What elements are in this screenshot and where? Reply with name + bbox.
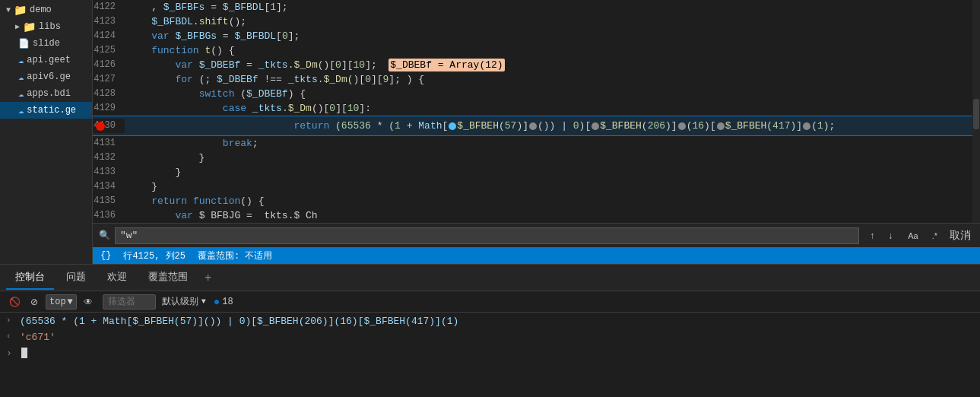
console-left-arrow: ‹ xyxy=(6,332,15,341)
sidebar-item-slide[interactable]: 📄 slide xyxy=(0,35,92,52)
no-entry-icon: 🚫 xyxy=(9,297,21,307)
expand-arrow-libs: ▶ xyxy=(15,22,20,31)
console-expression: (65536 * (1 + Math[$_BFBEH(57)]()) | 0)[… xyxy=(20,316,458,327)
code-line-4122: 4122 , $_BFBFs = $_BFBDL[1]; xyxy=(93,0,980,14)
sidebar-item-static-ge[interactable]: ☁ static.ge xyxy=(0,102,92,119)
find-input[interactable] xyxy=(115,227,859,244)
code-line-4134: 4134 } xyxy=(93,179,980,194)
line-number-4126: 4126 xyxy=(93,58,125,72)
add-tab-button[interactable]: + xyxy=(200,272,216,284)
console-line-prompt: › xyxy=(6,348,974,361)
tab-welcome[interactable]: 欢迎 xyxy=(98,265,136,290)
top-selector[interactable]: top ▼ xyxy=(46,294,77,310)
find-regex-button[interactable]: .* xyxy=(928,227,942,244)
line-content-4128: switch ($_DBEBf) { xyxy=(125,87,980,101)
status-position: 行4125, 列25 xyxy=(123,249,186,262)
code-line-4135: 4135 return function() { xyxy=(93,194,980,208)
tab-problems[interactable]: 问题 xyxy=(57,265,95,290)
code-line-4123: 4123 $_BFBDL.shift(); xyxy=(93,14,980,29)
breakpoint-4130 xyxy=(96,122,105,131)
sidebar-item-api-geet[interactable]: ☁ api.geet xyxy=(0,52,92,68)
eye-icon: 👁 xyxy=(84,297,93,307)
line-content-4126: var $_DBEBf = _tkts.$_Dm()[0][10]; $_DBE… xyxy=(125,58,980,72)
console-prompt-symbol: › xyxy=(6,348,15,359)
code-line-4127: 4127 for (; $_DBEBf !== _tkts.$_Dm()[0][… xyxy=(93,72,980,87)
file-icon-slide: 📄 xyxy=(18,38,30,49)
code-line-4133: 4133 } xyxy=(93,165,980,179)
console-toolbar: 🚫 ⊘ top ▼ 👁 默认级别 ▼ ● 18 xyxy=(0,291,980,313)
sidebar-item-apps-bdi[interactable]: ☁ apps.bdi xyxy=(0,85,92,102)
expand-arrow: ▼ xyxy=(6,6,11,14)
find-close-button[interactable]: 取消 xyxy=(947,227,974,244)
code-line-4131: 4131 break; xyxy=(93,136,980,151)
line-number-4136: 4136 xyxy=(93,208,125,223)
no-entry-button[interactable]: ⊘ xyxy=(26,294,43,310)
cloud-icon-4: ☁ xyxy=(18,105,24,116)
line-content-4124: var $_BFBGs = $_BFBDL[0]; xyxy=(125,29,980,43)
position-text: 行4125, 列25 xyxy=(123,249,186,262)
find-prev-button[interactable]: ↑ xyxy=(864,227,880,244)
level-dropdown-arrow[interactable]: ▼ xyxy=(201,297,206,306)
sidebar: ▼ 📁 demo ▶ 📁 libs 📄 slide ☁ api.geet ☁ a… xyxy=(0,0,93,264)
sidebar-item-label-apps: apps.bdi xyxy=(27,88,71,99)
sidebar-item-libs[interactable]: ▶ 📁 libs xyxy=(0,18,92,35)
code-line-4125: 4125 function t() { xyxy=(93,43,980,58)
line-content-4125: function t() { xyxy=(125,43,980,58)
find-case-button[interactable]: Aa xyxy=(903,227,922,244)
vertical-scrollbar[interactable] xyxy=(972,0,980,223)
line-number-4124: 4124 xyxy=(93,29,125,43)
line-number-4127: 4127 xyxy=(93,72,125,87)
code-line-4126: 4126 var $_DBEBf = _tkts.$_Dm()[0][10]; … xyxy=(93,58,980,72)
line-content-4127: for (; $_DBEBf !== _tkts.$_Dm()[0][9]; )… xyxy=(125,72,980,87)
console-line-expression: › (65536 * (1 + Math[$_BFBEH(57)]()) | 0… xyxy=(6,316,974,329)
line-content-4131: break; xyxy=(125,136,980,151)
line-number-4135: 4135 xyxy=(93,194,125,208)
clear-console-button[interactable]: 🚫 xyxy=(6,294,23,310)
code-view: 4122 , $_BFBFs = $_BFBDL[1]; 4123 $_BFBD… xyxy=(93,0,980,223)
eye-button[interactable]: 👁 xyxy=(80,294,97,310)
line-number-4131: 4131 xyxy=(93,136,125,151)
editor-area: 4122 , $_BFBFs = $_BFBDL[1]; 4123 $_BFBD… xyxy=(93,0,980,264)
line-content-4122: , $_BFBFs = $_BFBDL[1]; xyxy=(125,0,980,14)
tab-console[interactable]: 控制台 xyxy=(6,265,54,290)
line-number-4125: 4125 xyxy=(93,43,125,58)
panel-area: 控制台 问题 欢迎 覆盖范围 + 🚫 ⊘ top ▼ 👁 默认级别 xyxy=(0,264,980,397)
filter-input[interactable] xyxy=(103,294,156,310)
line-content-4123: $_BFBDL.shift(); xyxy=(125,14,980,29)
console-result: 'c671' xyxy=(20,332,56,343)
line-number-4133: 4133 xyxy=(93,165,125,179)
status-coverage: 覆盖范围: 不适用 xyxy=(198,249,272,262)
sidebar-item-label-slide: slide xyxy=(33,38,60,49)
panel-tabs: 控制台 问题 欢迎 覆盖范围 + xyxy=(0,265,980,291)
line-content-4132: } xyxy=(125,151,980,165)
sidebar-item-apiv6[interactable]: ☁ apiv6.ge xyxy=(0,68,92,85)
status-bar: {} 行4125, 列25 覆盖范围: 不适用 xyxy=(93,247,980,264)
find-next-button[interactable]: ↓ xyxy=(882,227,899,244)
message-count: 18 xyxy=(222,297,233,307)
message-count-container: ● 18 xyxy=(214,296,233,308)
scrollbar-thumb[interactable] xyxy=(973,99,979,129)
sidebar-item-label: demo xyxy=(30,5,52,15)
sidebar-item-demo[interactable]: ▼ 📁 demo xyxy=(0,2,92,18)
folder-icon: 📁 xyxy=(14,4,27,17)
find-nav: ↑ ↓ xyxy=(864,227,899,244)
find-icon: 🔍 xyxy=(99,230,110,241)
top-label: top xyxy=(49,297,66,307)
sidebar-item-label-apiv6: apiv6.ge xyxy=(27,71,71,82)
cloud-icon-2: ☁ xyxy=(18,71,24,83)
line-content-4133: } xyxy=(125,165,980,179)
line-number-4129: 4129 xyxy=(93,101,125,116)
line-number-4128: 4128 xyxy=(93,87,125,101)
console-prompt-cursor[interactable] xyxy=(21,348,27,358)
level-label: 默认级别 xyxy=(162,295,198,308)
line-number-4134: 4134 xyxy=(93,179,125,194)
status-braces: {} xyxy=(100,250,111,261)
find-bar: 🔍 ↑ ↓ Aa .* 取消 xyxy=(93,223,980,247)
circle-slash-icon: ⊘ xyxy=(30,297,38,307)
line-number-4123: 4123 xyxy=(93,14,125,29)
level-selector-container: 默认级别 ▼ xyxy=(162,295,206,308)
tab-coverage[interactable]: 覆盖范围 xyxy=(139,265,197,290)
main-area: ▼ 📁 demo ▶ 📁 libs 📄 slide ☁ api.geet ☁ a… xyxy=(0,0,980,264)
code-line-4136: 4136 var $ BFBJG = tkts.$ Ch xyxy=(93,208,980,223)
cloud-icon-3: ☁ xyxy=(18,88,24,100)
